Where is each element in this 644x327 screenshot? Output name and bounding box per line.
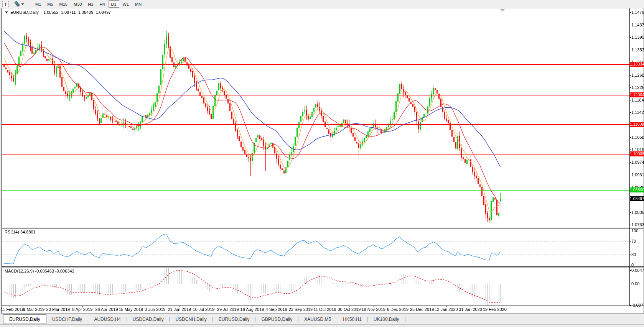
toolbar: T M1M5M15M30H1H4D1W1MN (0, 0, 644, 8)
rsi-tick-label: 70 (631, 239, 636, 243)
ohlc-close: 1.08497 (96, 10, 111, 15)
date-tick-label: 26 Apr 2019 (95, 307, 118, 312)
rsi-pane-label: RSI(14) 34.8801 (5, 230, 36, 234)
chart-tab-hk50-h1[interactable]: HK50,H1 (337, 314, 367, 324)
price-tick-label: 1.09310 (631, 173, 644, 177)
timeframe-button-m30[interactable]: M30 (71, 0, 84, 8)
macd-tick-label: -0.00758 (631, 303, 644, 307)
chart-tab-usdcnh-daily[interactable]: USDCNH,Daily (170, 314, 212, 324)
resistance-price-badge: 1.11009 (630, 122, 644, 127)
date-tick-label: 30 Oct 2019 (338, 307, 361, 312)
rsi-tick-label: 30 (631, 252, 636, 257)
current_price-price-badge: 1.08497 (630, 196, 644, 201)
chart-tab-eurusd-daily[interactable]: EURUSD,Daily (3, 314, 46, 324)
price-tick-label: 1.13950 (631, 35, 644, 39)
price-tick-label: 1.12260 (631, 85, 644, 90)
timeframe-button-h4[interactable]: H4 (97, 0, 107, 8)
date-tick-label: 31 Jan 2020 (459, 307, 482, 312)
price-tick-label: 1.10580 (631, 135, 644, 140)
price-tick-label: 1.14790 (631, 10, 644, 15)
date-tick-label: 10 Jul 2019 (193, 307, 215, 312)
ohlc-open: 1.08552 (43, 10, 59, 15)
chart-tab-audusd-h4[interactable]: AUDUSD,H4 (88, 314, 126, 324)
price-tick-label: 1.09740 (631, 160, 644, 164)
objects-dropdown-button[interactable] (13, 1, 24, 7)
price-tick-label: 1.11840 (631, 98, 644, 102)
text-label-tool-button[interactable]: T (2, 1, 9, 7)
chart-tab-gbpusd-daily[interactable]: GBPUSD,Daily (255, 314, 298, 324)
price-tick-label: 1.13530 (631, 48, 644, 52)
date-tick-label: 13 Jan 2020 (435, 307, 458, 312)
date-tick-label: 1 Mar 2019 (23, 307, 44, 312)
ohlc-low: 1.08409 (78, 10, 94, 15)
ohlc-high: 1.08711 (61, 10, 76, 15)
timeframe-button-mn[interactable]: MN (132, 0, 144, 8)
status-bar (0, 324, 644, 327)
diamonds-icon (13, 1, 20, 7)
chart-tab-usdcad-daily[interactable]: USDCAD,Daily (127, 314, 170, 324)
price-tick-label: 1.11420 (631, 110, 644, 115)
chart-tab-eurusd-daily[interactable]: EURUSD,Daily (213, 314, 255, 324)
macd-label: MACD(12,26,9) (5, 269, 34, 273)
chart-title: EURUSD,Daily 1.08552 1.08711 1.08409 1.0… (5, 10, 113, 15)
date-tick-label: 16 Aug 2019 (240, 307, 264, 312)
tab-separator (405, 317, 405, 322)
chart-tab-bar: EURUSD,DailyUSDCHF,DailyAUDUSD,H4USDCAD,… (0, 314, 644, 324)
macd-tick-label: 0.004738 (631, 268, 644, 273)
rsi-value: 34.8801 (20, 230, 36, 234)
macd-tick-label: 0.00 (631, 281, 639, 286)
chart-tab-usdchf-daily[interactable]: USDCHF,Daily (46, 314, 88, 324)
status-separator (336, 325, 336, 327)
price-tick-label: 1.07630 (631, 222, 644, 227)
macd-main-value: -0.005453 (35, 269, 54, 273)
chart-canvas[interactable] (0, 0, 644, 327)
chart-symbol-label: EURUSD,Daily (10, 10, 39, 15)
date-tick-label: 20 Mar 2019 (46, 307, 70, 312)
toolbar-grip[interactable] (29, 2, 29, 7)
date-tick-label: 15 May 2019 (119, 307, 143, 312)
date-tick-label: 23 Sep 2019 (289, 307, 313, 312)
macd-pane-label: MACD(12,26,9) -0.005453 -0.006343 (5, 269, 74, 273)
date-tick-label: 3 Jun 2019 (145, 307, 165, 312)
timeframe-button-d1[interactable]: D1 (109, 0, 119, 8)
price-tick-label: 1.14370 (631, 23, 644, 27)
resistance-price-badge: 1.13034 (630, 62, 644, 67)
resistance-price-badge: 1.12004 (630, 92, 644, 97)
date-tick-label: 21 Jun 2019 (168, 307, 191, 312)
timeframe-button-h1[interactable]: H1 (85, 0, 96, 8)
chart-tab-uk100-daily[interactable]: UK100,Daily (368, 314, 405, 324)
mt4-terminal: T M1M5M15M30H1H4D1W1MN EURUSD,Daily 1.08… (0, 0, 644, 327)
timeframe-button-m1[interactable]: M1 (33, 0, 44, 8)
support-price-badge: 1.08800 (630, 187, 644, 192)
resistance-price-badge: 1.10008 (630, 151, 644, 156)
timeframe-toolbar: M1M5M15M30H1H4D1W1MN (32, 0, 145, 8)
date-tick-label: 18 Nov 2019 (361, 307, 385, 312)
status-separator (252, 325, 252, 327)
rsi-label: RSI(14) (5, 230, 19, 234)
date-tick-label: 11 Feb 2019 (1, 307, 24, 312)
timeframe-button-w1[interactable]: W1 (120, 0, 132, 8)
chevron-down-icon (21, 3, 24, 5)
date-tick-label: 19 Feb 2020 (483, 307, 507, 312)
date-tick-label: 29 Jul 2019 (217, 307, 239, 312)
chart-tab-xauusd-m5[interactable]: XAUUSD,M5 (298, 314, 337, 324)
timeframe-button-m15[interactable]: M15 (57, 0, 70, 8)
chart-shift-marker-icon[interactable] (500, 9, 505, 12)
rsi-tick-label: 100 (631, 228, 638, 233)
macd-signal-value: -0.006343 (55, 269, 74, 273)
symbol-dropdown-icon[interactable] (5, 12, 8, 13)
date-tick-label: 25 Dec 2019 (410, 307, 434, 312)
date-tick-label: 6 Dec 2019 (387, 307, 408, 312)
rsi-tick-label: 0 (631, 263, 634, 267)
date-tick-label: 11 Oct 2019 (314, 307, 336, 312)
price-tick-label: 1.08050 (631, 210, 644, 215)
date-tick-label: 4 Sep 2019 (266, 307, 287, 312)
price-tick-label: 1.12680 (631, 73, 644, 77)
date-tick-label: 8 Apr 2019 (72, 307, 92, 312)
timeframe-button-m5[interactable]: M5 (44, 0, 56, 8)
